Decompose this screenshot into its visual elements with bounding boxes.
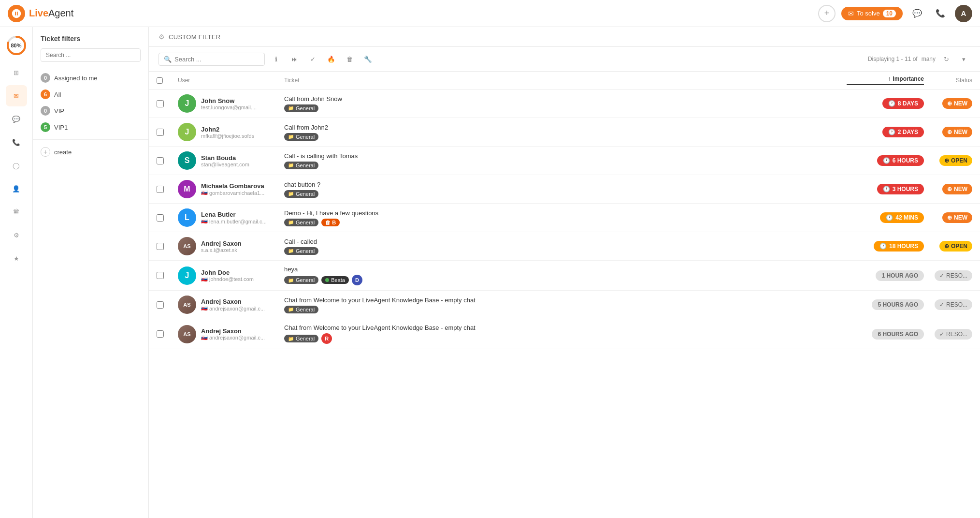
table-row[interactable]: AS Andrej Saxon s.a.x.i@azet.sk Call - c… <box>149 232 980 261</box>
status-badge: ✓RESO... <box>935 270 972 281</box>
status-badge: ⊕OPEN <box>939 241 972 252</box>
filter-item-assigned[interactable]: 0 Assigned to me <box>33 70 148 86</box>
filter-label-all: All <box>54 91 61 98</box>
resolve-toolbar-btn[interactable]: ✓ <box>305 52 320 66</box>
ticket-title: Chat from Welcome to your LiveAgent Know… <box>284 324 847 331</box>
user-name: Michaela Gombarova <box>201 182 264 190</box>
filter-item-vip[interactable]: 0 VIP <box>33 103 148 119</box>
user-email: 🇸🇰 andrejsaxon@gmail.c... <box>201 305 265 311</box>
th-status: Status <box>924 75 972 85</box>
row-checkbox[interactable] <box>157 157 164 164</box>
table-row[interactable]: J John2 mfkaflf@jfioejioe.sofds Call fro… <box>149 118 980 147</box>
contacts-icon-btn[interactable]: 👤 <box>6 178 27 199</box>
table-row[interactable]: L Lena Butler 🇸🇰 lena.m.butler@gmail.c..… <box>149 204 980 232</box>
toolbar-right: Displaying 1 - 11 of many ↻ ▾ <box>868 52 970 66</box>
tag-general: 📁General <box>284 104 318 112</box>
filter-item-all[interactable]: 6 All <box>33 86 148 103</box>
knowledge-icon-btn[interactable]: 🏛 <box>6 201 27 222</box>
filter-search-input[interactable] <box>41 48 141 62</box>
user-cell: AS Andrej Saxon 🇸🇰 andrejsaxon@gmail.c..… <box>178 296 284 314</box>
status-badge: ✓RESO... <box>935 299 972 310</box>
table-row[interactable]: AS Andrej Saxon 🇸🇰 andrejsaxon@gmail.c..… <box>149 291 980 319</box>
status-badge: ✓RESO... <box>935 329 972 340</box>
tickets-icon-btn[interactable]: ✉ <box>6 85 27 106</box>
table-row[interactable]: J John Doe 🇸🇰 johndoe@test.com heya 📁Gen… <box>149 261 980 291</box>
tag-general: 📁General <box>284 247 318 255</box>
filter-badge-vip1: 5 <box>41 122 50 132</box>
create-filter-item[interactable]: + create <box>33 144 148 160</box>
row-checkbox-cell <box>157 129 178 136</box>
icon-sidebar: 80% ⊞ ✉ 💬 📞 ◯ 👤 🏛 ⚙ ★ <box>0 27 33 518</box>
status-badge: ⊕NEW <box>942 212 972 223</box>
select-all-checkbox[interactable] <box>157 77 163 84</box>
main-content: ⚙ CUSTOM FILTER 🔍 ℹ ⏭ ✓ 🔥 🗑 🔧 Displaying… <box>149 27 980 518</box>
tickets-table: User Ticket ↑ Importance Status J <box>149 72 980 518</box>
ticket-title: Call from John Snow <box>284 95 847 103</box>
phone-nav-button[interactable]: 📞 <box>932 5 949 22</box>
status-cell: ⊕OPEN <box>924 155 972 166</box>
importance-cell: 🕐6 HOURS <box>847 155 924 166</box>
tag-general: 📁General <box>284 190 318 198</box>
ticket-tags: 📁General <box>284 162 847 169</box>
forward-toolbar-btn[interactable]: ⏭ <box>287 52 302 66</box>
to-solve-label: To solve <box>857 10 880 17</box>
user-name: Andrej Saxon <box>201 327 265 335</box>
ticket-title: Chat from Welcome to your LiveAgent Know… <box>284 296 847 304</box>
chat-nav-button[interactable]: 💬 <box>908 5 926 22</box>
ticket-title: Call - is calling with Tomas <box>284 152 847 160</box>
to-solve-button[interactable]: ✉ To solve 10 <box>841 7 903 20</box>
ticket-tags: 📁General 🗑 B <box>284 219 847 226</box>
tag-general: 📁General <box>284 133 318 141</box>
user-name: John Snow <box>201 97 257 104</box>
row-checkbox[interactable] <box>157 243 164 250</box>
row-checkbox[interactable] <box>157 272 164 279</box>
filter-item-vip1[interactable]: 5 VIP1 <box>33 119 148 135</box>
table-row[interactable]: AS Andrej Saxon 🇸🇰 andrejsaxon@gmail.c..… <box>149 319 980 349</box>
user-avatar-button[interactable]: A <box>955 5 972 22</box>
settings-icon-btn[interactable]: ⚙ <box>6 224 27 246</box>
avatar: AS <box>178 325 196 343</box>
tag-general: 📁General <box>284 276 318 284</box>
user-cell: AS Andrej Saxon s.a.x.i@azet.sk <box>178 237 284 255</box>
column-filter-button[interactable]: ▾ <box>957 52 970 66</box>
add-button[interactable]: + <box>818 5 836 22</box>
toolbar: 🔍 ℹ ⏭ ✓ 🔥 🗑 🔧 Displaying 1 - 11 of many … <box>149 47 980 72</box>
importance-cell: 1 HOUR AGO <box>847 270 924 281</box>
ticket-cell: Chat from Welcome to your LiveAgent Know… <box>284 324 847 344</box>
row-checkbox[interactable] <box>157 214 164 222</box>
user-info: John2 mfkaflf@jfioejioe.sofds <box>201 126 254 139</box>
filter-settings-icon: ⚙ <box>159 33 165 41</box>
favorites-icon-btn[interactable]: ★ <box>6 248 27 269</box>
row-checkbox[interactable] <box>157 100 164 107</box>
table-row[interactable]: S Stan Bouda stan@liveagent.com Call - i… <box>149 147 980 175</box>
row-checkbox[interactable] <box>157 129 164 136</box>
phone-icon-btn[interactable]: 📞 <box>6 132 27 153</box>
row-checkbox[interactable] <box>157 301 164 309</box>
th-importance[interactable]: ↑ Importance <box>847 75 924 85</box>
ticket-cell: Call from John2 📁General <box>284 124 847 141</box>
th-ticket: Ticket <box>284 75 847 85</box>
refresh-button[interactable]: ↻ <box>939 52 953 66</box>
more-toolbar-btn[interactable]: 🔧 <box>360 52 375 66</box>
ticket-cell: chat button ? 📁General <box>284 181 847 198</box>
delete-toolbar-btn[interactable]: 🗑 <box>342 52 357 66</box>
custom-filter-label: CUSTOM FILTER <box>169 33 220 41</box>
dashboard-icon-btn[interactable]: ⊞ <box>6 62 27 83</box>
ticket-search-input[interactable] <box>174 56 259 63</box>
row-checkbox[interactable] <box>157 186 164 193</box>
search-box: 🔍 <box>159 53 265 66</box>
avatar: AS <box>178 237 196 255</box>
row-checkbox-cell <box>157 243 178 250</box>
status-cell: ✓RESO... <box>924 299 972 310</box>
chat-icon-btn[interactable]: 💬 <box>6 108 27 130</box>
table-row[interactable]: J John Snow test.luongova@gmail.... Call… <box>149 89 980 118</box>
reports-icon-btn[interactable]: ◯ <box>6 155 27 176</box>
info-toolbar-btn[interactable]: ℹ <box>269 52 283 66</box>
row-checkbox[interactable] <box>157 330 164 338</box>
importance-badge: 🕐3 HOURS <box>877 184 924 194</box>
table-row[interactable]: M Michaela Gombarova 🇸🇰 gombarovamichael… <box>149 175 980 204</box>
fire-toolbar-btn[interactable]: 🔥 <box>324 52 338 66</box>
avatar: J <box>178 94 196 113</box>
row-checkbox-cell <box>157 301 178 309</box>
table-header: User Ticket ↑ Importance Status <box>149 72 980 89</box>
